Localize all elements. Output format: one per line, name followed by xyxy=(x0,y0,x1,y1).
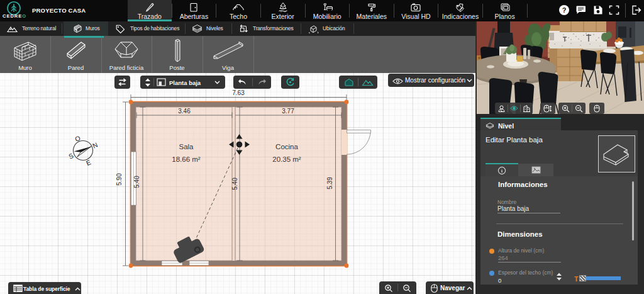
svg-text:7.63: 7.63 xyxy=(232,89,245,96)
svg-text:18.66 m²: 18.66 m² xyxy=(172,155,201,163)
svg-text:Cocina: Cocina xyxy=(275,143,298,150)
svg-text:3.77: 3.77 xyxy=(282,108,294,115)
svg-text:5.40: 5.40 xyxy=(133,176,140,188)
svg-text:3.46: 3.46 xyxy=(178,108,191,115)
svg-text:E: E xyxy=(85,158,92,167)
svg-text:20.35 m²: 20.35 m² xyxy=(272,155,301,163)
svg-text:5.39: 5.39 xyxy=(326,177,333,189)
svg-text:?: ? xyxy=(562,6,567,14)
svg-text:O: O xyxy=(74,134,81,143)
svg-text:5.90: 5.90 xyxy=(116,173,123,186)
svg-text:Sala: Sala xyxy=(179,143,194,150)
svg-text:5.40: 5.40 xyxy=(231,178,238,190)
